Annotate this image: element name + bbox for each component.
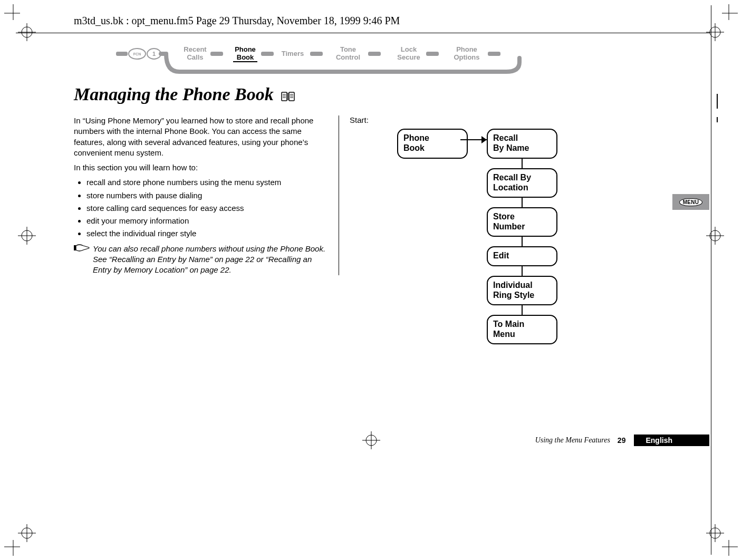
svg-text:Timers: Timers: [282, 50, 304, 57]
flow-step-label: StoreNumber: [493, 211, 551, 231]
flow-step-to-main-menu: To MainMenu: [487, 315, 557, 344]
svg-rect-51: [289, 92, 294, 101]
page-title: Managing the Phone Book: [74, 84, 601, 106]
svg-text:Phone: Phone: [456, 46, 477, 53]
svg-text:Recent: Recent: [184, 46, 207, 53]
svg-text:Secure: Secure: [397, 53, 420, 61]
svg-text:Tone: Tone: [340, 46, 356, 53]
svg-rect-40: [310, 52, 323, 56]
registration-mark-right-bot: [706, 524, 724, 542]
menu-ribbon: FCN 1 Recent Calls Phone Book Timers Ton…: [116, 46, 522, 77]
phone-book-icon: [281, 86, 295, 106]
svg-text:Lock: Lock: [401, 46, 417, 53]
svg-rect-29: [116, 52, 128, 56]
flow-connector-vertical: [522, 237, 523, 246]
svg-rect-46: [426, 52, 439, 56]
registration-mark-right-top: [706, 23, 724, 41]
page-content: Managing the Phone Book In “Using Phone …: [74, 84, 601, 275]
footer-page-number: 29: [618, 436, 626, 445]
ribbon-one-label: 1: [152, 51, 156, 57]
note-text: You can also recall phone numbers withou…: [93, 244, 332, 276]
page-footer: Using the Menu Features 29 English: [74, 435, 709, 446]
intro-paragraph-2: In this section you will learn how to:: [74, 162, 332, 173]
footer-section-title: Using the Menu Features: [535, 436, 610, 445]
flow-connector-vertical: [522, 266, 523, 276]
pointing-hand-icon: [74, 244, 90, 255]
right-column: Start: PhoneBook RecallBy Name Reca: [339, 115, 601, 275]
svg-rect-34: [210, 52, 223, 56]
feature-list-item: recall and store phone numbers using the…: [86, 177, 332, 188]
svg-text:Phone: Phone: [235, 46, 256, 53]
start-label: Start:: [350, 115, 601, 124]
flow-step-label: Edit: [493, 250, 551, 260]
change-bar: [717, 117, 718, 122]
header-rule: [16, 33, 710, 33]
flow-step-recall-by-location: Recall ByLocation: [487, 168, 557, 198]
flow-step-label: To MainMenu: [493, 319, 551, 339]
svg-rect-38: [261, 52, 274, 56]
svg-rect-50: [282, 92, 287, 101]
flow-arrow-right-icon: [481, 136, 487, 143]
menu-side-tab: MENU: [672, 194, 709, 210]
feature-list-item: store numbers with pause dialing: [86, 190, 332, 201]
flow-connector-vertical: [522, 198, 523, 207]
registration-mark-left-mid: [18, 227, 36, 245]
note-row: You can also recall phone numbers withou…: [74, 244, 332, 276]
feature-list-item: edit your memory information: [86, 216, 332, 226]
flow-entry-label: PhoneBook: [403, 133, 461, 153]
svg-rect-49: [488, 52, 500, 56]
ribbon-fcn-label: FCN: [133, 52, 141, 56]
flow-entry-phone-book: PhoneBook: [397, 129, 468, 158]
flow-step-edit: Edit: [487, 246, 557, 266]
feature-list-item: select the individual ringer style: [86, 228, 332, 239]
flow-step-label: IndividualRing Style: [493, 280, 551, 300]
running-header: m3td_us.bk : opt_menu.fm5 Page 29 Thursd…: [74, 15, 400, 27]
intro-paragraph-1: In “Using Phone Memory” you learned how …: [74, 115, 332, 158]
left-column: In “Using Phone Memory” you learned how …: [74, 115, 339, 275]
footer-language-tab: English: [634, 435, 709, 446]
registration-mark-left-bot: [18, 524, 36, 542]
flow-step-label: Recall ByLocation: [493, 172, 551, 192]
feature-list-item: store calling card sequences for easy ac…: [86, 203, 332, 214]
svg-text:Control: Control: [336, 53, 360, 61]
flow-connector-vertical: [522, 159, 523, 168]
svg-text:Options: Options: [454, 53, 479, 61]
feature-list: recall and store phone numbers using the…: [74, 177, 332, 239]
svg-text:Calls: Calls: [187, 53, 203, 61]
svg-rect-43: [368, 52, 381, 56]
flow-step-individual-ring-style: IndividualRing Style: [487, 276, 557, 305]
registration-mark-left-top: [18, 23, 36, 41]
change-bar: [717, 94, 718, 109]
flow-step-store-number: StoreNumber: [487, 207, 557, 237]
menu-side-tab-label: MENU: [679, 198, 703, 206]
flow-step-recall-by-name: RecallBy Name: [487, 129, 557, 158]
flow-connector-vertical: [522, 305, 523, 315]
registration-mark-right-mid: [706, 227, 724, 245]
title-text: Managing the Phone Book: [74, 84, 274, 104]
svg-text:Book: Book: [237, 53, 254, 61]
flow-step-label: RecallBy Name: [493, 133, 551, 153]
page-trim-right-rule: [711, 5, 711, 555]
